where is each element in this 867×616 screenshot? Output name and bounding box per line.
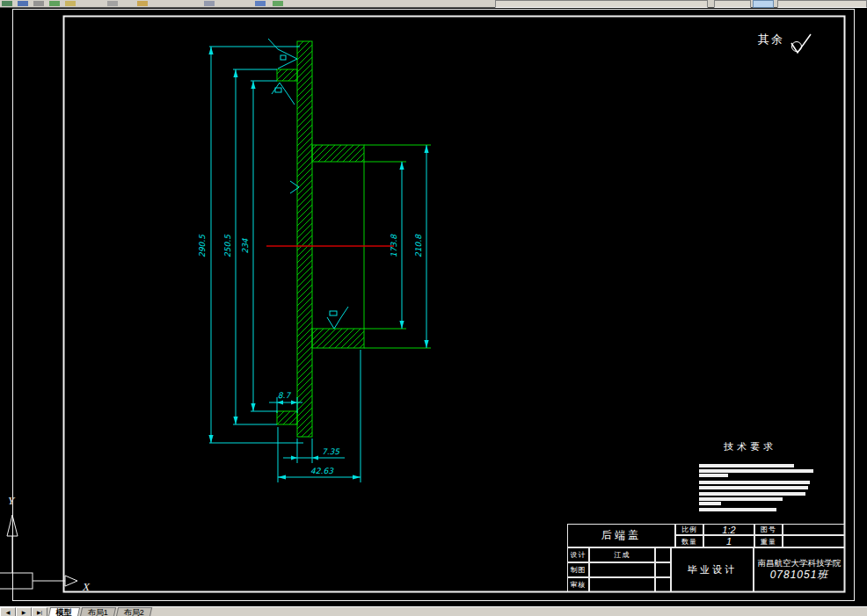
part-name: 后端盖 (567, 524, 675, 547)
part-geometry (266, 41, 431, 437)
toolbar-icon[interactable] (49, 1, 60, 6)
roughness-value-stub (275, 88, 281, 92)
tech-requirement-line (699, 502, 721, 505)
toolbar-icon[interactable] (65, 1, 76, 6)
title-block-cell (655, 547, 671, 562)
tech-requirements-title: 技术要求 (724, 440, 776, 453)
weight-value (783, 535, 845, 547)
toolbar-icon[interactable] (107, 1, 118, 6)
dim-overall-height: 290.5 (198, 234, 207, 257)
title-block: 后端盖 比例 1:2 图号 数量 1 重量 设计 江成 制图 审核 毕业设计 南… (567, 524, 845, 592)
tab-layout1[interactable]: 布局1 (80, 607, 116, 616)
hat-step-bottom (277, 411, 297, 424)
dim-total-depth: 42.63 (310, 467, 334, 475)
class-name: 0781051班 (770, 569, 829, 582)
layer-combo-stub[interactable] (495, 0, 708, 8)
tech-requirement-line (699, 486, 808, 489)
title-block-cell (655, 562, 671, 577)
organization-cell: 南昌航空大学科技学院 0781051班 (754, 547, 845, 592)
tech-requirement-line (699, 497, 783, 501)
tech-requirement-line (699, 481, 810, 484)
ucs-icon: Y X (0, 494, 91, 593)
color-combo-stub[interactable] (714, 0, 751, 8)
designer-name: 江成 (589, 547, 655, 562)
status-bar: ◀ ▶ ▶| 模型 布局1 布局2 (0, 606, 867, 616)
drawing-no-value (783, 524, 845, 535)
toolbar-strip (0, 0, 867, 8)
check-label: 审核 (567, 577, 589, 592)
draft-label: 制图 (567, 562, 589, 577)
title-block-cell (589, 577, 655, 592)
tech-requirement-line (699, 464, 794, 467)
drawing-no-label: 图号 (754, 524, 783, 535)
dim-hub-dia: 210.8 (414, 234, 423, 257)
remaining-surfaces-label: 其余 (758, 32, 784, 47)
tech-requirement-line (699, 474, 728, 477)
roughness-value-stub (330, 311, 337, 315)
title-block-cell (589, 562, 655, 577)
roughness-icon (327, 307, 348, 329)
roughness-value-stub (280, 55, 286, 60)
highlighted-toolbar-cell[interactable] (753, 0, 774, 8)
tab-nav-prev-button[interactable]: ◀ (0, 607, 16, 616)
roughness-check-icon (788, 32, 814, 58)
toolbar-icon[interactable] (204, 1, 215, 6)
tech-requirement-line (699, 492, 805, 496)
dim-disc-thickness: 7.35 (322, 447, 340, 456)
tech-requirement-line (699, 469, 813, 473)
toolbar-icon[interactable] (137, 1, 148, 6)
quantity-label: 数量 (675, 535, 703, 547)
quantity-value: 1 (703, 535, 754, 547)
toolbar-icon[interactable] (255, 1, 266, 6)
tech-requirement-line (699, 508, 776, 511)
toolbar-icon[interactable] (273, 1, 283, 6)
weight-label: 重量 (754, 535, 783, 547)
design-label: 设计 (567, 547, 589, 562)
dim-bore-dia: 173.8 (390, 234, 398, 257)
hat-step-top (277, 69, 297, 81)
tab-layout2[interactable]: 布局2 (116, 607, 152, 616)
dim-hat-inner: 234 (241, 238, 250, 253)
hub-wall-bottom (312, 329, 364, 348)
toolbar-icon[interactable] (33, 1, 44, 6)
project-name: 毕业设计 (671, 547, 754, 592)
toolbar-icon[interactable] (2, 1, 12, 6)
style-combo-stub[interactable] (777, 0, 867, 8)
remaining-surfaces-note: 其余 (758, 32, 814, 58)
organization-name: 南昌航空大学科技学院 (758, 558, 842, 569)
toolbar-icon[interactable] (18, 1, 28, 6)
hub-wall-top (312, 145, 364, 162)
roughness-icon (272, 83, 295, 105)
scale-value: 1:2 (703, 524, 754, 535)
title-block-cell (655, 577, 671, 592)
disc-plate-section (297, 41, 312, 437)
tab-nav-next-button[interactable]: ▶ (16, 607, 32, 616)
cad-application-window: Y X (0, 0, 867, 616)
dim-hat-outer: 250.5 (223, 234, 232, 257)
dim-step-width: 8.7 (278, 391, 292, 400)
dimension-lines (211, 47, 426, 477)
tech-requirements-text (699, 462, 822, 515)
ucs-x-label: X (82, 580, 91, 593)
scale-label: 比例 (675, 524, 703, 535)
tab-model[interactable]: 模型 (48, 607, 80, 616)
ucs-y-label: Y (8, 494, 16, 507)
roughness-icon (268, 39, 297, 69)
tab-nav-last-button[interactable]: ▶| (32, 607, 47, 616)
